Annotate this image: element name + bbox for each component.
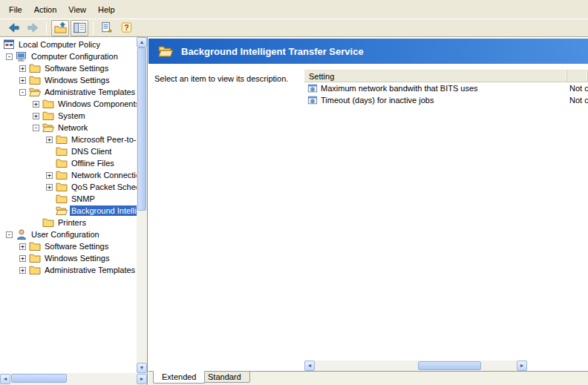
folder-open-icon	[157, 44, 174, 59]
scroll-down-icon[interactable]: ▼	[137, 363, 147, 373]
help-icon	[120, 21, 134, 35]
tree-item-user-administrative-templates[interactable]: + Administrative Templates	[0, 264, 137, 276]
export-list-icon	[100, 21, 114, 35]
tree-expander-icon[interactable]: -	[6, 231, 13, 238]
tree-item-label: Software Settings	[43, 241, 110, 251]
tree-item-network[interactable]: - Network	[0, 122, 137, 134]
tree-item-label: QoS Packet Scheduler	[70, 182, 137, 192]
tree-item-offline-files[interactable]: Offline Files	[0, 157, 137, 169]
menu-help[interactable]: Help	[92, 2, 121, 17]
tree-item-label: Computer Configuration	[30, 51, 120, 62]
details-header: Background Intelligent Transfer Service	[148, 39, 588, 64]
tree-item-label: User Configuration	[30, 229, 101, 240]
tree-expander-icon[interactable]: +	[19, 267, 26, 274]
tree-expander-icon[interactable]: +	[19, 77, 26, 84]
menu-view[interactable]: View	[62, 2, 92, 17]
tree-item-windows-components[interactable]: + Windows Components	[0, 98, 137, 110]
scroll-up-icon[interactable]: ▲	[137, 37, 147, 47]
tree-item-background-intelligent-transfer-service[interactable]: Background Intelligent Transfer Service	[0, 205, 137, 217]
help-button[interactable]	[117, 20, 135, 36]
tree-expander-icon[interactable]: +	[33, 113, 39, 119]
tree-expander-icon[interactable]: +	[46, 184, 53, 191]
tree-item-label: Windows Components	[56, 99, 137, 109]
folder-icon	[56, 169, 68, 181]
back-button[interactable]	[4, 20, 22, 36]
toolbar	[0, 19, 588, 37]
tree-expander-icon[interactable]: +	[46, 172, 53, 179]
toolbar-separator	[93, 22, 94, 35]
folder-icon	[56, 157, 68, 169]
setting-row-max-bandwidth[interactable]: Maximum network bandwith that BITS uses …	[304, 82, 588, 94]
column-header-setting[interactable]: Setting	[304, 70, 567, 82]
list-horizontal-scrollbar[interactable]: ◄ ►	[304, 361, 527, 371]
tree-item-software-settings[interactable]: + Software Settings	[0, 62, 137, 74]
details-pane: Background Intelligent Transfer Service …	[148, 37, 588, 385]
scroll-left-icon[interactable]: ◄	[304, 361, 315, 371]
description-text: Select an item to view its description.	[154, 74, 300, 83]
setting-state: Not configured	[567, 96, 588, 105]
tree-expander-icon[interactable]: +	[46, 136, 53, 143]
folder-icon	[29, 240, 41, 252]
scroll-right-icon[interactable]: ►	[137, 374, 147, 384]
tree-item-label: Local Computer Policy	[17, 39, 102, 50]
settings-list: Setting Maximum network bandwith that BI…	[304, 70, 588, 355]
show-hide-console-tree-button[interactable]	[71, 20, 88, 36]
forward-button[interactable]	[24, 20, 42, 36]
tree-horizontal-scrollbar[interactable]: ◄ ►	[0, 373, 147, 385]
scrollbar-thumb[interactable]	[418, 361, 481, 370]
folder-open-icon	[56, 205, 68, 217]
tree-item-user-configuration[interactable]: - User Configuration	[0, 228, 137, 240]
tree-item-user-software-settings[interactable]: + Software Settings	[0, 240, 137, 252]
folder-icon	[29, 252, 41, 264]
console-tree: Local Computer Policy - Computer Configu…	[0, 39, 137, 373]
up-one-level-button[interactable]	[51, 20, 69, 36]
tree-item-computer-configuration[interactable]: - Computer Configuration	[0, 50, 137, 62]
tree-expander-icon[interactable]: -	[19, 89, 26, 96]
computer-icon	[16, 50, 27, 62]
setting-row-timeout[interactable]: Timeout (days) for inactive jobs Not con…	[304, 94, 588, 106]
column-header-state[interactable]	[567, 70, 588, 82]
tree-item-user-windows-settings[interactable]: + Windows Settings	[0, 252, 137, 264]
tree-item-qos-packet-scheduler[interactable]: + QoS Packet Scheduler	[0, 181, 137, 193]
tree-item-label: Windows Settings	[43, 253, 111, 263]
console-tree-pane: Local Computer Policy - Computer Configu…	[0, 37, 148, 385]
tree-item-system[interactable]: + System	[0, 110, 137, 122]
export-list-button[interactable]	[98, 20, 116, 36]
scroll-right-icon[interactable]: ►	[517, 361, 527, 371]
tree-item-printers[interactable]: Printers	[0, 217, 137, 228]
tree-item-snmp[interactable]: SNMP	[0, 193, 137, 205]
list-header: Setting	[304, 70, 588, 82]
setting-name: Maximum network bandwith that BITS uses	[321, 84, 478, 93]
tree-expander-icon[interactable]: +	[19, 65, 26, 72]
tree-item-dns-client[interactable]: DNS Client	[0, 145, 137, 157]
tree-item-windows-settings[interactable]: + Windows Settings	[0, 74, 137, 86]
folder-icon	[42, 110, 54, 122]
tree-item-label: Microsoft Peer-to-Peer Networking Servic…	[70, 134, 137, 145]
tree-item-label: Software Settings	[43, 63, 110, 73]
tree-expander-icon[interactable]: +	[19, 243, 26, 250]
tab-standard[interactable]: Standard	[199, 371, 250, 383]
tree-item-administrative-templates[interactable]: - Administrative Templates	[0, 86, 137, 98]
folder-icon	[29, 62, 41, 74]
tree-item-microsoft-peer-to-peer[interactable]: + Microsoft Peer-to-Peer Networking Serv…	[0, 134, 137, 145]
folder-icon	[29, 74, 41, 86]
scroll-left-icon[interactable]: ◄	[0, 374, 10, 384]
folder-open-icon	[29, 86, 41, 98]
tree-expander-icon[interactable]: -	[33, 125, 39, 131]
folder-icon	[56, 134, 68, 145]
tree-expander-icon[interactable]: +	[19, 255, 26, 262]
tree-item-local-computer-policy[interactable]: Local Computer Policy	[0, 39, 137, 50]
tree-expander-icon[interactable]: +	[33, 101, 39, 108]
tab-extended[interactable]: Extended	[153, 371, 205, 384]
setting-name: Timeout (days) for inactive jobs	[321, 96, 434, 105]
back-arrow-icon	[7, 21, 21, 35]
scrollbar-thumb[interactable]	[137, 47, 146, 211]
menu-action[interactable]: Action	[28, 2, 63, 17]
tree-vertical-scrollbar[interactable]: ▲ ▼	[137, 37, 147, 373]
tree-item-label: Network Connections	[70, 170, 137, 180]
folder-open-icon	[42, 122, 54, 134]
scrollbar-thumb[interactable]	[11, 374, 67, 383]
tree-item-network-connections[interactable]: + Network Connections	[0, 169, 137, 181]
menu-file[interactable]: File	[3, 2, 28, 17]
tree-expander-icon[interactable]: -	[6, 53, 13, 60]
